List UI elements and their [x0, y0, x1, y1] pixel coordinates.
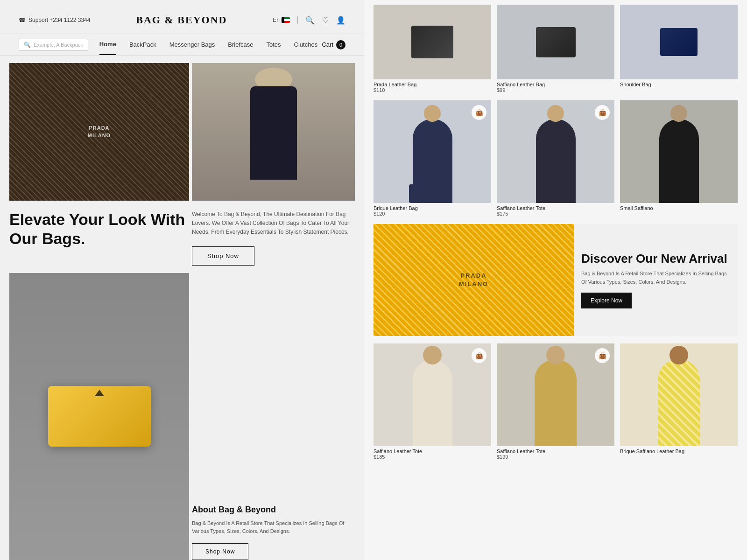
body-shape [250, 86, 297, 180]
product-name-3: Shoulder Bag [620, 82, 738, 87]
add-to-cart-icon-7[interactable]: 👜 [472, 348, 486, 363]
hero-model-image [192, 63, 355, 201]
add-to-cart-icon-5[interactable]: 👜 [595, 105, 610, 120]
add-to-cart-icon-8[interactable]: 👜 [595, 348, 610, 363]
new-arrival-description: Bag & Beyond Is A Retail Store That Spec… [581, 270, 728, 286]
clutch-logo-triangle [95, 390, 104, 396]
product-card-9: Brique Saffiano Leather Bag [620, 343, 738, 460]
about-title: About Bag & Beyond [192, 505, 355, 515]
wishlist-icon[interactable]: ♡ [322, 16, 329, 25]
lang-text: En [273, 17, 280, 23]
model-7-figure [413, 360, 452, 446]
right-panel: Prada Leather Bag $110 Saffiano Leather … [364, 0, 747, 560]
account-icon[interactable]: 👤 [336, 16, 345, 25]
about-section: About Bag & Beyond Bag & Beyond Is A Ret… [0, 266, 364, 560]
product-price-7: $185 [374, 454, 491, 460]
bag-shape-2 [536, 27, 576, 57]
model-6-head [670, 105, 687, 122]
bag-display-2 [497, 5, 614, 79]
divider [297, 16, 298, 24]
nav-clutches[interactable]: Clutches [294, 35, 318, 55]
product-price-4: $120 [374, 211, 491, 217]
model-4-arm [409, 184, 418, 203]
search-box[interactable]: 🔍 Example, A Backpack [19, 39, 88, 51]
model-8-figure [535, 360, 577, 446]
model-5-figure [536, 119, 576, 203]
phone-icon: ☎ [19, 17, 26, 23]
nav-briefcase[interactable]: Briefcase [228, 35, 253, 55]
hero-headline: Elevate Your Look With Our Bags. [9, 210, 189, 248]
product-image-3 [620, 5, 738, 79]
cart-button[interactable]: Cart 0 [322, 40, 345, 49]
model-7-head [423, 346, 442, 364]
yellow-bag-display: PRADAMILANO [374, 224, 574, 336]
language-selector[interactable]: En [273, 17, 290, 23]
product-card-3: Shoulder Bag [620, 5, 738, 93]
cart-label: Cart [322, 41, 333, 48]
product-row-1: Prada Leather Bag $110 Saffiano Leather … [374, 5, 738, 93]
product-name-9: Brique Saffiano Leather Bag [620, 448, 738, 454]
product-name-5: Saffiano Leather Tote [497, 205, 614, 211]
left-panel: ☎ Support +234 1122 3344 BAG & BEYOND En… [0, 0, 364, 560]
product-name-2: Saffiano Leather Bag [497, 82, 614, 87]
nav-links: Home BackPack Messenger Bags Briefcase T… [99, 34, 322, 55]
nav-home[interactable]: Home [99, 34, 116, 55]
headline-block: Elevate Your Look With Our Bags. [9, 210, 189, 266]
product-card-5: 👜 Saffiano Leather Tote $175 [497, 100, 614, 217]
product-card-1: Prada Leather Bag $110 [374, 5, 491, 93]
product-image-8: 👜 [497, 343, 614, 446]
bag-shape-1 [411, 26, 453, 58]
new-arrival-content: Discover Our New Arrival Bag & Beyond Is… [574, 224, 738, 336]
add-to-cart-icon-4[interactable]: 👜 [472, 105, 486, 120]
product-card-2: Saffiano Leather Bag $99 [497, 5, 614, 93]
navbar: 🔍 Example, A Backpack Home BackPack Mess… [0, 34, 364, 56]
header: ☎ Support +234 1122 3344 BAG & BEYOND En… [0, 14, 364, 34]
hero-text-section: Elevate Your Look With Our Bags. Welcome… [0, 201, 364, 266]
nav-totes[interactable]: Totes [266, 35, 281, 55]
product-card-6: Small Saffiano [620, 100, 738, 217]
model-5-head [547, 105, 564, 122]
clutch-shape [48, 386, 151, 447]
hero-description: Welcome To Bag & Beyond, The Ultimate De… [192, 210, 355, 237]
new-arrival-title: Discover Our New Arrival [581, 252, 728, 266]
product-image-6 [620, 100, 738, 203]
product-price-8: $199 [497, 454, 614, 460]
product-row-2: 👜 Brique Leather Bag $120 👜 [374, 100, 738, 217]
prada-yellow-label: PRADAMILANO [459, 272, 488, 288]
product-card-7: 👜 Saffiano Leather Tote $185 [374, 343, 491, 460]
product-name-8: Saffiano Leather Tote [497, 448, 614, 454]
about-image [9, 273, 189, 560]
desc-block: Welcome To Bag & Beyond, The Ultimate De… [192, 210, 355, 266]
nav-backpack[interactable]: BackPack [129, 35, 156, 55]
about-content: About Bag & Beyond Bag & Beyond Is A Ret… [192, 273, 355, 560]
model-4-head [424, 105, 441, 122]
product-image-5: 👜 [497, 100, 614, 203]
product-card-8: 👜 Saffiano Leather Tote $199 [497, 343, 614, 460]
product-name-4: Brique Leather Bag [374, 205, 491, 211]
new-arrival-section: PRADAMILANO Discover Our New Arrival Bag… [374, 224, 738, 336]
bag-display-3 [620, 5, 738, 79]
product-name-1: Prada Leather Bag [374, 82, 491, 87]
hero-shop-now-button[interactable]: Shop Now [192, 246, 254, 266]
search-magnifier-icon: 🔍 [24, 42, 31, 48]
model-9-head [669, 346, 688, 364]
bag-shape-3 [660, 28, 698, 56]
cart-count: 0 [336, 40, 345, 49]
product-price-2: $99 [497, 87, 614, 93]
woven-bag-display: PRADAMILANO [9, 63, 189, 201]
product-image-1 [374, 5, 491, 79]
product-name-7: Saffiano Leather Tote [374, 448, 491, 454]
product-price-5: $175 [497, 211, 614, 217]
new-arrival-image: PRADAMILANO [374, 224, 574, 336]
about-shop-now-button[interactable]: Shop Now [192, 543, 248, 560]
support-info: ☎ Support +234 1122 3344 [19, 17, 90, 23]
support-text: Support +234 1122 3344 [28, 17, 90, 23]
search-icon[interactable]: 🔍 [305, 16, 315, 25]
model-6-figure [659, 119, 699, 203]
explore-now-button[interactable]: Explore Now [581, 293, 632, 308]
about-description: Bag & Beyond Is A Retail Store That Spec… [192, 519, 355, 536]
model-4-figure [413, 119, 452, 203]
nav-messenger[interactable]: Messenger Bags [169, 35, 215, 55]
brand-logo: BAG & BEYOND [136, 14, 227, 26]
clutch-display [9, 273, 189, 560]
